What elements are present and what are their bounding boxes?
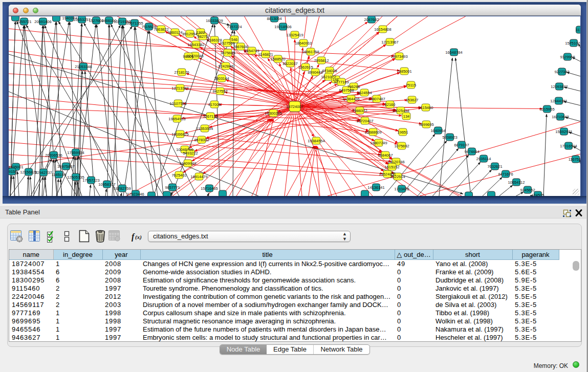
svg-text:10973493: 10973493 — [390, 54, 407, 59]
svg-text:18300295: 18300295 — [265, 111, 281, 116]
svg-text:17957223: 17957223 — [82, 178, 99, 183]
svg-text:19651: 19651 — [398, 130, 408, 135]
svg-text:7357224: 7357224 — [227, 25, 242, 29]
svg-text:16210643: 16210643 — [552, 115, 569, 119]
svg-text:8990448: 8990448 — [308, 70, 322, 75]
svg-text:7955812: 7955812 — [314, 58, 329, 63]
svg-text:3875685: 3875685 — [220, 51, 235, 55]
svg-text:15720407: 15720407 — [356, 119, 373, 123]
svg-text:16033809: 16033809 — [206, 18, 223, 23]
svg-text:9474444: 9474444 — [464, 149, 479, 154]
svg-text:19384554: 19384554 — [308, 139, 324, 143]
svg-text:3684067: 3684067 — [378, 153, 393, 158]
svg-text:7485001: 7485001 — [397, 69, 411, 74]
svg-text:14120746: 14120746 — [387, 160, 404, 164]
svg-text:13325419: 13325419 — [286, 33, 303, 37]
svg-text:9245652: 9245652 — [520, 188, 535, 192]
svg-text:15751074: 15751074 — [565, 41, 580, 46]
svg-text:10107553: 10107553 — [169, 101, 186, 106]
svg-text:21364436: 21364436 — [342, 97, 359, 101]
svg-text:11409949: 11409949 — [180, 161, 197, 166]
svg-text:2522514: 2522514 — [390, 174, 405, 179]
svg-text:1615152: 1615152 — [384, 165, 399, 169]
svg-text:3624554: 3624554 — [357, 91, 372, 95]
svg-text:10025438: 10025438 — [392, 108, 409, 113]
svg-text:9146821: 9146821 — [258, 52, 273, 57]
svg-text:12942737: 12942737 — [35, 170, 52, 175]
svg-text:3267130: 3267130 — [203, 114, 217, 119]
svg-text:2803144: 2803144 — [214, 76, 229, 81]
svg-text:8427552: 8427552 — [212, 89, 227, 94]
svg-text:75115: 75115 — [406, 83, 416, 87]
svg-text:16961758: 16961758 — [302, 50, 319, 54]
svg-text:16914479: 16914479 — [190, 174, 207, 179]
svg-text:10807487: 10807487 — [368, 97, 385, 101]
svg-text:1075692: 1075692 — [394, 144, 409, 148]
svg-text:8813054: 8813054 — [267, 16, 281, 21]
svg-text:1835001: 1835001 — [9, 165, 24, 169]
svg-text:6734028: 6734028 — [322, 69, 337, 73]
svg-text:8454749: 8454749 — [244, 49, 259, 53]
svg-text:8322037: 8322037 — [282, 61, 297, 66]
svg-text:2055721: 2055721 — [16, 19, 31, 24]
svg-text:5493222: 5493222 — [183, 151, 198, 156]
svg-text:7986372: 7986372 — [352, 108, 367, 113]
svg-text:16648784: 16648784 — [445, 50, 462, 55]
svg-text:8578332: 8578332 — [194, 138, 209, 142]
svg-text:6879197: 6879197 — [454, 143, 469, 147]
svg-text:15716485: 15716485 — [201, 186, 217, 191]
svg-text:19654933: 19654933 — [168, 117, 185, 121]
svg-text:62160: 62160 — [385, 102, 396, 107]
svg-text:10654112: 10654112 — [508, 180, 525, 185]
svg-text:18807249: 18807249 — [370, 141, 387, 145]
svg-text:9860124: 9860124 — [167, 30, 182, 35]
svg-text:134: 134 — [403, 114, 410, 119]
svg-text:546: 546 — [231, 37, 238, 42]
svg-text:5938923: 5938923 — [442, 135, 457, 140]
svg-text:16543382: 16543382 — [187, 42, 204, 47]
svg-text:12213967: 12213967 — [381, 40, 398, 45]
svg-text:9115460: 9115460 — [419, 105, 433, 110]
svg-text:39154: 39154 — [9, 169, 17, 174]
svg-text:19218506: 19218506 — [274, 25, 291, 29]
svg-text:18724007: 18724007 — [286, 104, 303, 109]
svg-text:12093872: 12093872 — [551, 84, 568, 89]
svg-text:98275: 98275 — [198, 34, 208, 39]
svg-text:2935114: 2935114 — [476, 157, 491, 161]
svg-text:1117: 1117 — [576, 28, 580, 32]
svg-text:9227342: 9227342 — [554, 70, 569, 74]
svg-text:9699695: 9699695 — [419, 122, 433, 127]
svg-text:10958107: 10958107 — [98, 182, 115, 187]
svg-text:14136141: 14136141 — [367, 185, 384, 190]
svg-text:2087682: 2087682 — [364, 17, 379, 22]
svg-text:1733426: 1733426 — [394, 187, 409, 191]
svg-text:1362615: 1362615 — [298, 65, 313, 70]
svg-text:7663822: 7663822 — [154, 27, 168, 32]
svg-text:9329966: 9329966 — [560, 55, 575, 59]
svg-text:417006: 417006 — [208, 102, 221, 107]
svg-text:21053346: 21053346 — [75, 64, 92, 69]
svg-text:16671355: 16671355 — [126, 21, 143, 26]
svg-text:1145194: 1145194 — [52, 172, 67, 177]
svg-text:f: f — [132, 232, 135, 242]
svg-text:17016504: 17016504 — [560, 144, 577, 148]
svg-text:17359934: 17359934 — [67, 150, 84, 155]
svg-text:7625402: 7625402 — [171, 173, 186, 178]
svg-text:15692971: 15692971 — [555, 129, 572, 134]
svg-text:18640910: 18640910 — [295, 41, 312, 46]
svg-text:1640954: 1640954 — [430, 128, 445, 133]
svg-text:16782759: 16782759 — [114, 186, 130, 191]
svg-text:15100: 15100 — [9, 166, 9, 170]
svg-text:11353594: 11353594 — [197, 126, 213, 131]
svg-text:98901: 98901 — [183, 54, 194, 59]
svg-text:153627: 153627 — [405, 98, 418, 102]
svg-text:10688609: 10688609 — [364, 130, 381, 135]
svg-text:8912954: 8912954 — [182, 32, 197, 36]
svg-text:12923446: 12923446 — [127, 192, 144, 196]
svg-text:19166825: 19166825 — [171, 132, 188, 137]
svg-text:16154808: 16154808 — [374, 27, 391, 32]
svg-text:3215955: 3215955 — [539, 107, 554, 112]
svg-text:(x): (x) — [135, 234, 142, 240]
svg-text:10653257: 10653257 — [73, 17, 90, 22]
svg-text:20206536: 20206536 — [45, 153, 62, 158]
